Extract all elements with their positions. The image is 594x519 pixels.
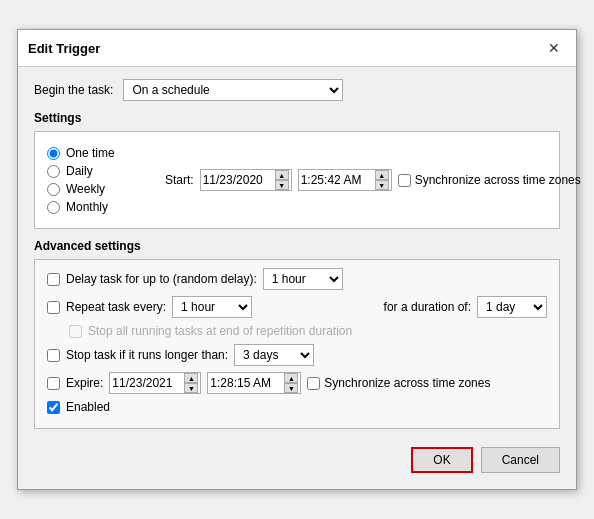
time-down-btn[interactable]: ▼ bbox=[375, 180, 389, 190]
stop-task-checkbox[interactable] bbox=[47, 349, 60, 362]
expire-sync-checkbox[interactable] bbox=[307, 377, 320, 390]
begin-task-dropdown[interactable]: On a schedule bbox=[123, 79, 343, 101]
expire-checkbox[interactable] bbox=[47, 377, 60, 390]
radio-weekly-input[interactable] bbox=[47, 183, 60, 196]
delay-row: Delay task for up to (random delay): 1 h… bbox=[47, 268, 547, 290]
expire-time-input[interactable] bbox=[210, 376, 282, 390]
time-up-btn[interactable]: ▲ bbox=[375, 170, 389, 180]
begin-task-label: Begin the task: bbox=[34, 83, 113, 97]
repeat-dropdown[interactable]: 1 hour bbox=[172, 296, 252, 318]
radio-monthly[interactable]: Monthly bbox=[47, 200, 137, 214]
dialog-title: Edit Trigger bbox=[28, 41, 100, 56]
edit-trigger-dialog: Edit Trigger ✕ Begin the task: On a sche… bbox=[17, 29, 577, 490]
expire-date-up[interactable]: ▲ bbox=[184, 373, 198, 383]
repeat-checkbox[interactable] bbox=[47, 301, 60, 314]
expire-date-input[interactable] bbox=[112, 376, 182, 390]
sync-wrap: Synchronize across time zones bbox=[398, 173, 581, 187]
stop-all-label: Stop all running tasks at end of repetit… bbox=[88, 324, 352, 338]
expire-sync-label: Synchronize across time zones bbox=[324, 376, 490, 390]
begin-task-row: Begin the task: On a schedule bbox=[34, 79, 560, 101]
delay-checkbox[interactable] bbox=[47, 273, 60, 286]
radio-weekly-label: Weekly bbox=[66, 182, 105, 196]
button-row: OK Cancel bbox=[34, 439, 560, 477]
radio-weekly[interactable]: Weekly bbox=[47, 182, 137, 196]
expire-time-down[interactable]: ▼ bbox=[284, 383, 298, 393]
close-button[interactable]: ✕ bbox=[542, 38, 566, 58]
enabled-label: Enabled bbox=[66, 400, 110, 414]
radio-daily-input[interactable] bbox=[47, 165, 60, 178]
date-spinners: ▲ ▼ bbox=[275, 170, 289, 190]
date-up-btn[interactable]: ▲ bbox=[275, 170, 289, 180]
start-label: Start: bbox=[165, 173, 194, 187]
expire-label: Expire: bbox=[66, 376, 103, 390]
stop-all-checkbox bbox=[69, 325, 82, 338]
radio-monthly-input[interactable] bbox=[47, 201, 60, 214]
delay-dropdown[interactable]: 1 hour bbox=[263, 268, 343, 290]
start-area: Start: ▲ ▼ ▲ ▼ bbox=[165, 140, 581, 220]
enabled-row: Enabled bbox=[47, 400, 547, 414]
expire-date-down[interactable]: ▼ bbox=[184, 383, 198, 393]
settings-label: Settings bbox=[34, 111, 560, 125]
settings-inner: One time Daily Weekly Monthly bbox=[47, 140, 547, 220]
radio-daily-label: Daily bbox=[66, 164, 93, 178]
start-date-input[interactable] bbox=[203, 173, 273, 187]
start-date-wrap: ▲ ▼ bbox=[200, 169, 292, 191]
delay-label: Delay task for up to (random delay): bbox=[66, 272, 257, 286]
stop-task-row: Stop task if it runs longer than: 3 days bbox=[47, 344, 547, 366]
repeat-label: Repeat task every: bbox=[66, 300, 166, 314]
enabled-checkbox[interactable] bbox=[47, 401, 60, 414]
radio-one-time-label: One time bbox=[66, 146, 115, 160]
ok-button[interactable]: OK bbox=[411, 447, 472, 473]
stop-task-dropdown[interactable]: 3 days bbox=[234, 344, 314, 366]
sync-label: Synchronize across time zones bbox=[415, 173, 581, 187]
duration-dropdown[interactable]: 1 day bbox=[477, 296, 547, 318]
duration-label: for a duration of: bbox=[384, 300, 471, 314]
sync-checkbox[interactable] bbox=[398, 174, 411, 187]
advanced-settings-box: Delay task for up to (random delay): 1 h… bbox=[34, 259, 560, 429]
radio-one-time-input[interactable] bbox=[47, 147, 60, 160]
advanced-label: Advanced settings bbox=[34, 239, 560, 253]
schedule-type-group: One time Daily Weekly Monthly bbox=[47, 140, 137, 220]
expire-row: Expire: ▲ ▼ ▲ ▼ Sync bbox=[47, 372, 547, 394]
cancel-button[interactable]: Cancel bbox=[481, 447, 560, 473]
duration-wrap: for a duration of: 1 day bbox=[384, 296, 547, 318]
start-time-input[interactable] bbox=[301, 173, 373, 187]
expire-time-up[interactable]: ▲ bbox=[284, 373, 298, 383]
expire-date-wrap: ▲ ▼ bbox=[109, 372, 201, 394]
settings-box: One time Daily Weekly Monthly bbox=[34, 131, 560, 229]
expire-sync-wrap: Synchronize across time zones bbox=[307, 376, 490, 390]
dialog-body: Begin the task: On a schedule Settings O… bbox=[18, 67, 576, 489]
time-spinners: ▲ ▼ bbox=[375, 170, 389, 190]
stop-task-label: Stop task if it runs longer than: bbox=[66, 348, 228, 362]
start-time-wrap: ▲ ▼ bbox=[298, 169, 392, 191]
radio-one-time[interactable]: One time bbox=[47, 146, 137, 160]
radio-daily[interactable]: Daily bbox=[47, 164, 137, 178]
repeat-row: Repeat task every: 1 hour for a duration… bbox=[47, 296, 547, 318]
expire-date-spinners: ▲ ▼ bbox=[184, 373, 198, 393]
radio-monthly-label: Monthly bbox=[66, 200, 108, 214]
expire-time-wrap: ▲ ▼ bbox=[207, 372, 301, 394]
expire-time-spinners: ▲ ▼ bbox=[284, 373, 298, 393]
date-down-btn[interactable]: ▼ bbox=[275, 180, 289, 190]
stop-all-row: Stop all running tasks at end of repetit… bbox=[69, 324, 547, 338]
title-bar: Edit Trigger ✕ bbox=[18, 30, 576, 67]
